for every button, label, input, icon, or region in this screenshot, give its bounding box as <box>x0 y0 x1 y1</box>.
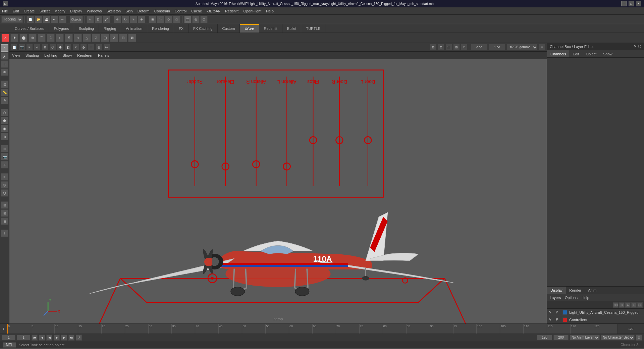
right-panel-expand-icon[interactable]: ⬡ <box>638 44 641 49</box>
layer-ctrl-1[interactable]: 1 <box>625 302 631 308</box>
display-tab-anim[interactable]: Anim <box>585 287 600 294</box>
tab-custom[interactable]: Custom <box>218 24 240 33</box>
vp-color-val-right[interactable]: 1.00 <box>489 44 505 51</box>
layer-row-aircraft[interactable]: V P Light_Utility_Aircraft_Cessna_150_Ri… <box>547 309 644 316</box>
playback-settings-button[interactable]: ⚙ <box>636 335 642 341</box>
shelf-icon-select[interactable]: ✕ <box>1 34 9 42</box>
paint-button[interactable]: 🖌 <box>1 52 8 60</box>
vp-menu-show[interactable]: Show <box>63 53 72 57</box>
layer-ctrl-fwd[interactable]: ▷▷ <box>637 302 643 308</box>
shelf-icon-deform1[interactable]: ⧖ <box>110 34 118 42</box>
display-tab-render[interactable]: Render <box>566 287 585 294</box>
menu-constrain[interactable]: Constrain <box>154 9 170 13</box>
next-frame-button[interactable]: ▶ <box>61 335 67 341</box>
menu-cache[interactable]: Cache <box>191 9 202 13</box>
more-button[interactable]: ⋮ <box>1 230 8 237</box>
lasso-button[interactable]: ⊡ <box>1 81 8 88</box>
vp-ao-button[interactable]: ◎ <box>96 44 102 51</box>
vp-field-button[interactable]: □ <box>461 44 468 51</box>
render-button[interactable]: 🎬 <box>184 16 192 23</box>
vp-menu-view[interactable]: View <box>12 53 20 57</box>
shelf-icon-curve2[interactable]: ⤵ <box>47 34 55 42</box>
shelf-icon-poly4[interactable]: ◫ <box>101 34 109 42</box>
tab-object[interactable]: Object <box>582 50 600 57</box>
snap-surface-button[interactable]: □ <box>173 16 180 23</box>
menu-skin[interactable]: Skin <box>125 9 132 13</box>
menu-deform[interactable]: Deform <box>138 9 150 13</box>
right-panel-close-icon[interactable]: ✕ <box>634 44 637 49</box>
layer-ctrl-back[interactable]: ◁◁ <box>613 302 619 308</box>
tab-fx-caching[interactable]: FX Caching <box>189 24 217 33</box>
viewport-3d[interactable]: View Shading Lighting Show Renderer Pane… <box>9 52 547 323</box>
shelf-icon-curve1[interactable]: ⌒ <box>38 34 46 42</box>
layer-row-controllers[interactable]: V P Controllers <box>547 316 644 323</box>
layer-p-controllers[interactable]: P <box>556 318 560 321</box>
layer-p-aircraft[interactable]: P <box>556 310 560 314</box>
display-render-button[interactable]: ⬡ <box>200 16 208 23</box>
shelf-icon-curve3[interactable]: ↕ <box>56 34 64 42</box>
shelf-icon-xgen1[interactable]: ⊠ <box>128 34 136 42</box>
vp-hud-button[interactable]: ☰ <box>88 44 95 51</box>
vp-colorspace-arrow[interactable]: ▼ <box>539 44 545 51</box>
tab-rendering[interactable]: Rendering <box>147 24 174 33</box>
texture-button[interactable]: ⊕ <box>1 133 8 140</box>
workspace-selector[interactable]: Rigging <box>1 16 23 23</box>
open-file-button[interactable]: 📂 <box>35 16 42 23</box>
menu-control[interactable]: Control <box>175 9 186 13</box>
options-menu[interactable]: Options <box>565 296 578 300</box>
tab-bullet[interactable]: Bullet <box>282 24 302 33</box>
show-hide-button[interactable]: 👁 <box>1 68 8 76</box>
vp-wire-button[interactable]: ⬡ <box>49 44 56 51</box>
vp-menu-renderer[interactable]: Renderer <box>77 53 93 57</box>
layers-menu[interactable]: Layers <box>550 296 561 300</box>
render-view-button[interactable]: ◎ <box>1 181 8 189</box>
xray-button[interactable]: ⬡ <box>1 109 8 116</box>
vp-grid-button[interactable]: ⊞ <box>42 44 48 51</box>
vp-resolution-button[interactable]: ⬛ <box>445 44 452 51</box>
vp-sel-button[interactable]: ↖ <box>26 44 33 51</box>
rotate-tool-button[interactable]: ↻ <box>122 16 129 23</box>
select-mode-button[interactable]: ↖ <box>1 44 8 52</box>
vp-light-button[interactable]: ☀ <box>72 44 79 51</box>
extra-button3[interactable]: ≣ <box>1 217 8 225</box>
tab-fx[interactable]: FX <box>174 24 189 33</box>
move-tool-button[interactable]: ✛ <box>114 16 121 23</box>
tab-animation[interactable]: Animation <box>121 24 147 33</box>
play-button[interactable]: ▶ <box>54 335 60 341</box>
shelf-icon-render[interactable]: ⬤ <box>19 34 28 42</box>
menu-redshift[interactable]: Redshift <box>225 9 238 13</box>
menu-windows[interactable]: Windows <box>87 9 102 13</box>
minimize-button[interactable]: — <box>621 1 627 6</box>
layer-v-controllers[interactable]: V <box>549 318 554 321</box>
new-file-button[interactable]: 📄 <box>26 16 34 23</box>
tab-channels[interactable]: Channels <box>547 50 569 57</box>
menu-help[interactable]: Help <box>266 9 274 13</box>
objects-button[interactable]: Objects <box>70 16 83 23</box>
snap-curve-button[interactable]: 〜 <box>157 16 164 23</box>
paint-select-button[interactable]: 🖌 <box>103 16 110 23</box>
vp-snap-button[interactable]: ⊹ <box>34 44 41 51</box>
end-frame-field[interactable] <box>537 335 552 340</box>
redo-button[interactable]: ↪ <box>59 16 66 23</box>
timeline-ruler[interactable]: 0510152025303540455055606570758085909510… <box>7 324 617 334</box>
display-tab-display[interactable]: Display <box>547 287 566 294</box>
menu-select[interactable]: Select <box>40 9 50 13</box>
shelf-icon-deform2[interactable]: ⊟ <box>119 34 127 42</box>
vp-shaded-button[interactable]: ⬢ <box>57 44 64 51</box>
vp-camera-fit[interactable]: ⊠ <box>438 44 444 51</box>
tab-rigging[interactable]: Rigging <box>99 24 121 33</box>
extra-button2[interactable]: ⊞ <box>1 209 8 217</box>
step-back-button[interactable]: ⏮ <box>32 335 38 341</box>
wire-button[interactable]: ⬢ <box>1 117 8 124</box>
vp-texture-button[interactable]: ◧ <box>65 44 71 51</box>
colorspace-selector[interactable]: sRGB gamma <box>506 44 538 51</box>
camera-button[interactable]: 📷 <box>1 153 8 160</box>
layer-ctrl-next[interactable]: ▷ <box>631 302 637 308</box>
menu-modify[interactable]: Modify <box>54 9 65 13</box>
shelf-icon-curve4[interactable]: ⊻ <box>65 34 73 42</box>
tab-show[interactable]: Show <box>600 50 616 57</box>
tab-edit[interactable]: Edit <box>569 50 582 57</box>
vp-file-button[interactable]: 📄 <box>11 44 17 51</box>
tab-sculpting[interactable]: Sculpting <box>74 24 99 33</box>
anim-end-field[interactable] <box>553 335 569 340</box>
